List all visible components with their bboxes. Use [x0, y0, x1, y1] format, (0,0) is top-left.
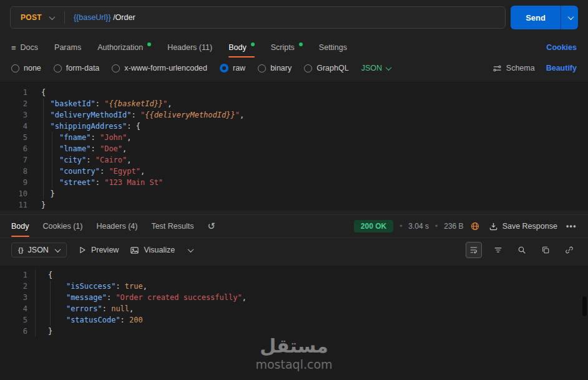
braces-icon: {}: [18, 246, 24, 254]
request-body-editor[interactable]: 1{2 "basketId": "{{basketId}}",3 "delive…: [0, 82, 588, 211]
tab-docs[interactable]: ≡ Docs: [11, 37, 38, 58]
preview-button[interactable]: Preview: [78, 246, 119, 254]
tab-label: Body: [228, 43, 247, 52]
code-line: 11}: [0, 199, 588, 211]
radio-binary[interactable]: binary: [258, 64, 292, 72]
line-number: 5: [0, 314, 27, 326]
chevron-down-icon: [188, 246, 194, 252]
radio-none[interactable]: none: [11, 64, 41, 72]
tab-label: Cookies (1): [43, 222, 83, 231]
schema-button[interactable]: Schema: [492, 64, 535, 73]
green-dot-icon: [147, 42, 151, 46]
send-button[interactable]: Send: [511, 6, 561, 29]
tab-response-headers[interactable]: Headers (4): [96, 215, 137, 238]
link-button[interactable]: [562, 242, 577, 258]
chevron-down-icon: [54, 246, 61, 252]
send-group: Send: [511, 6, 578, 29]
indent-guide: [50, 281, 51, 326]
chevron-down-icon: [386, 64, 392, 71]
response-toolbar: {} JSON Preview Visualize: [0, 238, 588, 262]
radio-urlencoded[interactable]: x-www-form-urlencoded: [112, 64, 207, 72]
schema-icon: [492, 64, 502, 73]
network-globe-icon[interactable]: [470, 221, 480, 231]
tab-authorization[interactable]: Authorization: [97, 37, 151, 58]
copy-icon: [541, 246, 550, 254]
tab-test-results[interactable]: Test Results: [151, 215, 194, 238]
tab-body[interactable]: Body: [228, 37, 255, 58]
view-options-button[interactable]: [186, 248, 193, 252]
option-label: x-www-form-urlencoded: [124, 64, 207, 72]
url-text[interactable]: {{baseUrl}} /Order: [65, 13, 144, 22]
save-response-button[interactable]: Save Response: [489, 222, 557, 231]
tab-response-body[interactable]: Body: [11, 215, 29, 238]
tab-label: Params: [54, 43, 81, 52]
code-line: 3 "message": "Order created successfully…: [0, 292, 588, 303]
line-number: 1: [0, 87, 27, 98]
preview-label: Preview: [91, 246, 119, 254]
response-scrollbar[interactable]: [582, 296, 587, 316]
filter-button[interactable]: [491, 242, 506, 258]
code-line: 3 "deliveryMethodId": "{{deliveryMethodI…: [0, 109, 588, 121]
tab-label: Headers (4): [96, 222, 137, 231]
tab-headers[interactable]: Headers (11): [167, 37, 212, 58]
line-number: 2: [0, 281, 27, 292]
tab-params[interactable]: Params: [54, 37, 81, 58]
language-selector[interactable]: JSON: [361, 64, 391, 72]
code-line: 1{: [0, 87, 588, 98]
tab-response-cookies[interactable]: Cookies (1): [43, 215, 83, 238]
history-button[interactable]: ↺: [208, 215, 216, 238]
history-icon: ↺: [208, 221, 216, 232]
code-line: 5 "statusCode": 200: [0, 314, 588, 326]
visualize-button[interactable]: Visualize: [130, 246, 175, 255]
cookies-link[interactable]: Cookies: [546, 37, 577, 58]
green-dot-icon: [251, 42, 255, 46]
tab-label: Authorization: [97, 43, 143, 52]
body-type-bar: none form-data x-www-form-urlencoded raw…: [0, 58, 588, 78]
radio-form-data[interactable]: form-data: [54, 64, 100, 72]
image-icon: [130, 246, 139, 255]
radio-icon: [54, 64, 62, 72]
line-number: 4: [0, 121, 27, 132]
visualize-label: Visualize: [144, 246, 175, 254]
radio-raw[interactable]: raw: [220, 64, 245, 72]
code-line: 5 "fname": "John",: [0, 132, 588, 143]
beautify-button[interactable]: Beautify: [546, 64, 577, 72]
tab-scripts[interactable]: Scripts: [271, 37, 303, 58]
status-badge: 200 OK: [354, 220, 393, 232]
radio-icon: [11, 64, 19, 72]
radio-icon: [112, 64, 120, 72]
code-line: 1{: [0, 269, 588, 281]
code-line: 4 "shippingAddress": {: [0, 121, 588, 132]
url-input[interactable]: POST {{baseUrl}} /Order: [10, 6, 506, 29]
wrap-text-button[interactable]: [466, 242, 482, 258]
copy-button[interactable]: [538, 242, 553, 258]
response-time: 3.04 s: [408, 222, 429, 231]
search-button[interactable]: [514, 242, 529, 258]
code-line: 2 "basketId": "{{basketId}}",: [0, 98, 588, 109]
code-line: 6}: [0, 326, 588, 337]
format-label: JSON: [28, 246, 49, 254]
method-selector[interactable]: POST: [11, 13, 64, 22]
line-number: 4: [0, 303, 27, 314]
response-format-selector[interactable]: {} JSON: [11, 242, 67, 258]
response-body-viewer[interactable]: 1{2 "isSuccess": true,3 "message": "Orde…: [0, 266, 588, 380]
tab-label: Scripts: [271, 43, 295, 52]
method-label: POST: [21, 13, 42, 22]
radio-icon: [304, 64, 312, 72]
option-label: GraphQL: [316, 64, 348, 72]
tab-label: Docs: [21, 43, 38, 52]
radio-graphql[interactable]: GraphQL: [304, 64, 348, 72]
tab-settings[interactable]: Settings: [319, 37, 347, 58]
response-header: Body Cookies (1) Headers (4) Test Result…: [0, 214, 588, 238]
radio-selected-icon: [220, 64, 228, 72]
tab-label: Test Results: [151, 222, 194, 231]
more-options-button[interactable]: •••: [566, 222, 577, 231]
separator-dot: [435, 222, 438, 231]
line-number: 3: [0, 109, 27, 121]
code-line: 8 "country": "Egypt",: [0, 166, 588, 177]
send-options-button[interactable]: [561, 6, 578, 29]
tab-label: Settings: [319, 43, 347, 52]
language-label: JSON: [361, 64, 382, 72]
api-client-window: POST {{baseUrl}} /Order Send ≡ Docs Para…: [0, 0, 588, 380]
line-number: 6: [0, 143, 27, 154]
